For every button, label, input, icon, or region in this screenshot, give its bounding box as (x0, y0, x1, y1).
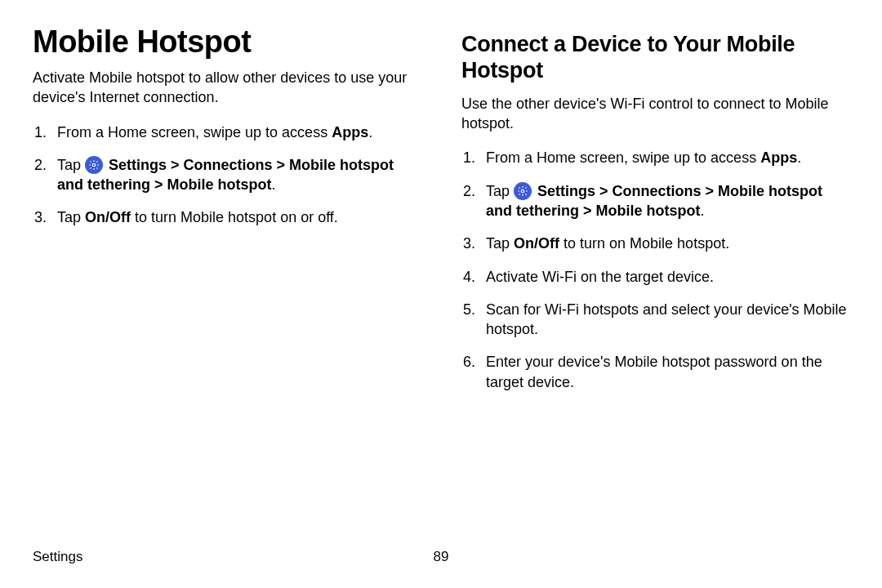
intro-paragraph: Use the other device's Wi-Fi control to … (461, 94, 849, 134)
step-bold: On/Off (85, 209, 131, 225)
step-text: . (272, 176, 276, 193)
content-columns: Mobile Hotspot Activate Mobile hotspot t… (33, 24, 849, 405)
step-text: Activate Wi-Fi on the target device. (486, 269, 714, 285)
page-footer: Settings 89 (33, 549, 849, 565)
page-title: Mobile Hotspot (33, 24, 421, 60)
step-text: Enter your device's Mobile hotspot passw… (486, 354, 822, 390)
step-text: Scan for Wi-Fi hotspots and select your … (486, 301, 847, 337)
step-text: From a Home screen, swipe up to access (486, 149, 760, 166)
steps-list-left: From a Home screen, swipe up to access A… (33, 122, 421, 228)
step-bold: Settings > Connections > Mobile hotspot … (486, 183, 822, 219)
steps-list-right: From a Home screen, swipe up to access A… (461, 148, 849, 392)
svg-point-0 (92, 163, 96, 167)
list-item: Scan for Wi-Fi hotspots and select your … (461, 300, 849, 340)
settings-icon (514, 182, 532, 200)
settings-icon (85, 156, 103, 174)
list-item: Tap On/Off to turn Mobile hotspot on or … (33, 207, 421, 227)
svg-point-1 (521, 189, 524, 193)
footer-page-number: 89 (434, 549, 449, 565)
list-item: Tap On/Off to turn on Mobile hotspot. (461, 234, 849, 253)
section-heading: Connect a Device to Your Mobile Hotspot (461, 31, 849, 84)
step-bold: On/Off (514, 235, 559, 252)
step-bold: Settings > Connections > Mobile hotspot … (57, 157, 394, 193)
footer-section-name: Settings (33, 549, 82, 565)
step-text: . (368, 124, 372, 140)
list-item: Enter your device's Mobile hotspot passw… (461, 352, 849, 392)
right-column: Connect a Device to Your Mobile Hotspot … (461, 24, 849, 405)
list-item: From a Home screen, swipe up to access A… (33, 122, 421, 142)
step-text: Tap (57, 157, 85, 173)
step-text: to turn Mobile hotspot on or off. (131, 209, 338, 225)
step-text: From a Home screen, swipe up to access (57, 124, 332, 140)
step-text: . (797, 149, 801, 166)
step-text: Tap (486, 183, 514, 199)
list-item: Tap Settings > Connections > Mobile hots… (33, 155, 421, 195)
list-item: Tap Settings > Connections > Mobile hots… (461, 181, 849, 221)
intro-paragraph: Activate Mobile hotspot to allow other d… (33, 68, 421, 108)
step-bold: Apps (332, 124, 368, 140)
step-text: to turn on Mobile hotspot. (559, 235, 729, 252)
list-item: Activate Wi-Fi on the target device. (461, 267, 849, 287)
step-bold: Apps (760, 149, 797, 166)
left-column: Mobile Hotspot Activate Mobile hotspot t… (33, 24, 421, 405)
step-text: Tap (486, 235, 514, 252)
step-text: Tap (57, 209, 85, 225)
list-item: From a Home screen, swipe up to access A… (461, 148, 849, 167)
step-text: . (701, 203, 705, 219)
